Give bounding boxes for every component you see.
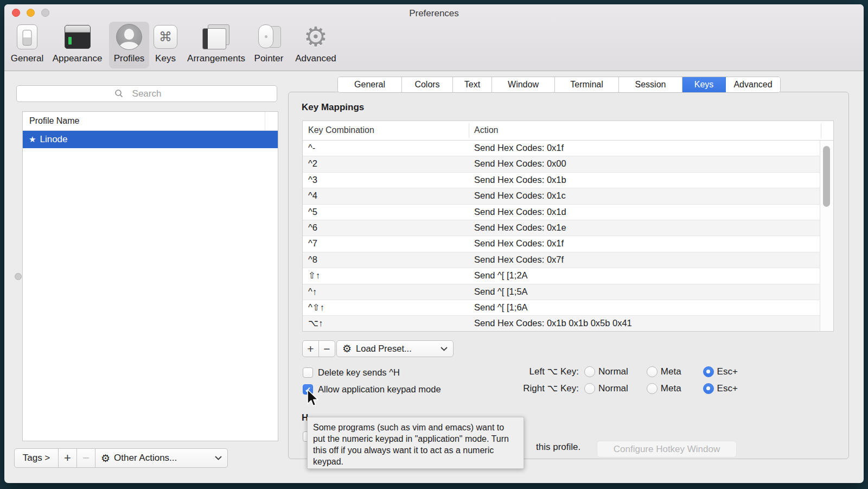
delete-key-checkbox[interactable] <box>303 367 313 378</box>
star-icon: ★ <box>29 135 36 144</box>
tab-colors[interactable]: Colors <box>402 77 453 92</box>
scrollbar-track[interactable] <box>820 141 833 331</box>
table-row[interactable]: ^7Send Hex Codes: 0x1f <box>303 236 820 252</box>
delete-key-checkbox-row: Delete key sends ^H <box>303 367 400 378</box>
right-option-esc-radio[interactable] <box>703 383 714 394</box>
scrollbar-thumb[interactable] <box>823 146 830 207</box>
table-row[interactable]: ^5Send Hex Codes: 0x1d <box>303 205 820 220</box>
add-profile-button[interactable]: + <box>58 448 77 468</box>
table-header: Key Combination Action <box>303 121 833 141</box>
configure-hotkey-window-button[interactable]: Configure Hotkey Window <box>597 441 737 458</box>
profile-list-header: Profile Name <box>23 112 278 131</box>
sidebar-footer: Tags > + − ⚙ Other Actions... <box>14 448 228 468</box>
table-row[interactable]: ^↑Send ^[ [1;5A <box>303 284 820 300</box>
toolbar-item-pointer[interactable]: Pointer <box>249 22 289 68</box>
tab-keys[interactable]: Keys <box>682 77 726 92</box>
tab-window[interactable]: Window <box>492 77 555 92</box>
appearance-icon <box>51 22 104 52</box>
right-option-normal-radio[interactable] <box>584 383 595 394</box>
load-preset-dropdown[interactable]: ⚙ Load Preset... <box>336 340 454 357</box>
toolbar-item-keys[interactable]: ⌘ Keys <box>151 22 180 68</box>
table-row[interactable]: ^4Send Hex Codes: 0x1c <box>303 188 820 204</box>
toolbar-item-arrangements[interactable]: Arrangements <box>184 22 248 68</box>
remove-profile-button[interactable]: − <box>76 448 95 468</box>
toolbar-item-appearance[interactable]: Appearance <box>51 22 104 68</box>
column-key-combination[interactable]: Key Combination <box>308 125 374 135</box>
left-option-esc-radio[interactable] <box>703 366 714 377</box>
table-row[interactable]: ^⇧↑Send ^[ [1;6A <box>303 300 820 316</box>
toolbar-item-profiles[interactable]: Profiles <box>109 22 149 68</box>
window-title: Preferences <box>4 8 864 19</box>
chevron-down-icon <box>215 456 222 460</box>
profile-list: Profile Name ★ Linode <box>22 111 278 441</box>
profile-tabbar: General Colors Text Window Terminal Sess… <box>337 77 781 93</box>
other-actions-dropdown[interactable]: ⚙ Other Actions... <box>95 448 228 468</box>
toolbar-item-general[interactable]: General <box>9 22 46 68</box>
left-option-key-row: Left ⌥ Key: Normal Meta Esc+ <box>518 366 738 377</box>
table-row[interactable]: ^8Send Hex Codes: 0x7f <box>303 252 820 268</box>
gear-icon: ⚙ <box>342 342 352 355</box>
remove-mapping-button[interactable]: − <box>318 340 335 357</box>
mouse-cursor <box>306 389 320 408</box>
hotkey-text-fragment: this profile. <box>536 442 580 453</box>
table-row[interactable]: ^6Send Hex Codes: 0x1e <box>303 220 820 236</box>
table-row[interactable]: ^3Send Hex Codes: 0x1b <box>303 173 820 188</box>
tab-terminal[interactable]: Terminal <box>555 77 619 92</box>
add-mapping-button[interactable]: + <box>302 340 319 357</box>
table-row[interactable]: ⇧↑Send ^[ [1;2A <box>303 268 820 284</box>
chevron-down-icon <box>441 347 448 351</box>
tags-button[interactable]: Tags > <box>14 448 59 468</box>
left-option-normal-radio[interactable] <box>584 366 595 377</box>
titlebar: Preferences General Appearance Profiles … <box>4 4 864 71</box>
keypad-mode-checkbox-row: ✓ Allow application keypad mode <box>303 384 441 395</box>
gear-icon: ⚙ <box>101 452 110 465</box>
arrangements-icon <box>184 22 248 52</box>
tab-session[interactable]: Session <box>619 77 682 92</box>
table-body: ^-Send Hex Codes: 0x1f ^2Send Hex Codes:… <box>303 141 820 331</box>
splitter-handle[interactable] <box>15 273 22 280</box>
right-option-meta-radio[interactable] <box>647 383 658 394</box>
left-option-meta-radio[interactable] <box>647 366 658 377</box>
pointer-mouse-icon <box>249 22 289 52</box>
tab-general[interactable]: General <box>338 77 402 92</box>
preferences-window: Preferences General Appearance Profiles … <box>4 4 864 483</box>
keypad-mode-tooltip: Some programs (such as vim and emacs) wa… <box>307 417 524 469</box>
profile-row-linode[interactable]: ★ Linode <box>23 131 278 148</box>
right-option-key-row: Right ⌥ Key: Normal Meta Esc+ <box>513 383 738 394</box>
profiles-icon <box>109 22 149 52</box>
table-row[interactable]: ⌥↑Send Hex Codes: 0x1b 0x1b 0x5b 0x41 <box>303 316 820 331</box>
general-icon <box>9 22 46 52</box>
tab-advanced[interactable]: Advanced <box>726 77 780 92</box>
tab-text[interactable]: Text <box>453 77 492 92</box>
key-mappings-table: Key Combination Action ^-Send Hex Codes:… <box>302 120 834 332</box>
column-action[interactable]: Action <box>474 125 498 135</box>
toolbar-item-advanced[interactable]: ⚙ Advanced <box>291 22 341 68</box>
gear-icon: ⚙ <box>291 22 341 52</box>
search-input[interactable] <box>16 85 277 102</box>
profile-name: Linode <box>40 134 67 145</box>
table-row[interactable]: ^-Send Hex Codes: 0x1f <box>303 141 820 156</box>
command-key-icon: ⌘ <box>151 22 180 52</box>
key-mappings-heading: Key Mappings <box>302 102 364 113</box>
table-row[interactable]: ^2Send Hex Codes: 0x00 <box>303 156 820 172</box>
